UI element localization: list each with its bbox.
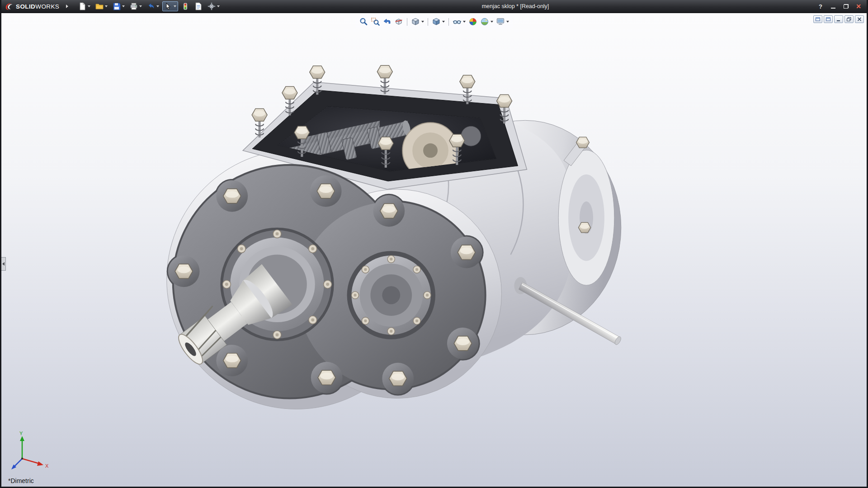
appearance-sphere-icon <box>468 17 477 26</box>
y-axis-arrow <box>20 436 24 441</box>
undo-button[interactable] <box>145 1 161 11</box>
dropdown-arrow-icon[interactable] <box>139 5 142 7</box>
document-title: menjac sklop * [Read-only] <box>218 3 812 9</box>
dropdown-arrow-icon[interactable] <box>88 5 90 7</box>
dropdown-arrow-icon[interactable] <box>463 21 466 23</box>
file-properties-icon <box>194 2 203 10</box>
previous-view-button[interactable] <box>382 16 392 27</box>
toolbar-separator <box>428 18 428 26</box>
magnifier-icon <box>359 17 368 26</box>
titlebar: SOLIDWORKS menjac sklop * [Read-only] ? … <box>1 0 867 13</box>
restore-icon <box>844 4 849 9</box>
doc-min-icon <box>836 17 841 22</box>
zoom-to-area-button[interactable] <box>370 16 381 27</box>
printer-icon <box>130 2 138 10</box>
menu-expand-arrow[interactable] <box>64 2 70 10</box>
print-button[interactable] <box>128 1 144 11</box>
dropdown-arrow-icon[interactable] <box>421 21 424 23</box>
dropdown-arrow-icon[interactable] <box>506 21 509 23</box>
titlebar-toolbar <box>76 1 222 11</box>
dropdown-arrow-icon[interactable] <box>174 5 176 7</box>
doc-close-icon <box>857 17 862 22</box>
dropdown-arrow-icon[interactable] <box>491 21 493 23</box>
gearbox-3d-model[interactable] <box>1 13 867 487</box>
brand-solid: SOLID <box>16 3 35 10</box>
window-left-button[interactable] <box>813 15 822 23</box>
x-axis-arrow <box>37 461 43 466</box>
help-button[interactable]: ? <box>817 3 824 10</box>
dropdown-arrow-icon[interactable] <box>442 21 445 23</box>
display-style-button[interactable] <box>431 16 446 27</box>
doc-minimize-button[interactable] <box>834 15 843 23</box>
options-icon <box>208 2 216 10</box>
file-properties-button[interactable] <box>193 1 204 11</box>
previous-view-icon <box>382 17 392 26</box>
scene-sphere-icon <box>480 17 489 26</box>
minimize-icon <box>831 5 835 9</box>
doc-restore-button[interactable] <box>844 15 854 23</box>
open-button[interactable] <box>94 1 109 11</box>
solidworks-window: SOLIDWORKS menjac sklop * [Read-only] ? … <box>0 0 868 488</box>
view-settings-button[interactable] <box>495 16 510 27</box>
triad-x-label: X <box>45 463 49 469</box>
left-arrow-icon <box>2 262 5 266</box>
window-right-button[interactable] <box>824 15 833 23</box>
view-settings-icon <box>496 17 505 26</box>
hide-show-items-button[interactable] <box>452 16 467 27</box>
rebuild-button[interactable] <box>179 1 191 11</box>
save-button[interactable] <box>111 1 127 11</box>
zoom-area-icon <box>371 17 380 26</box>
hide-show-icon <box>453 17 462 26</box>
ds-logo-icon <box>5 2 14 11</box>
output-cover-boss[interactable] <box>347 251 435 339</box>
window-controls: ? ✕ <box>817 0 862 13</box>
dropdown-arrow-icon[interactable] <box>217 5 220 7</box>
brand-text: SOLIDWORKS <box>16 3 59 10</box>
new-document-button[interactable] <box>76 1 92 11</box>
graphics-area[interactable]: Y X *Dimetric <box>1 13 867 487</box>
view-cube-icon <box>411 17 420 26</box>
page-icon <box>78 2 86 10</box>
undo-arrow-icon <box>147 2 155 10</box>
doc-restore-icon <box>846 17 852 22</box>
doc-window-icon <box>826 17 831 22</box>
view-orientation-button[interactable] <box>410 16 425 27</box>
minimize-button[interactable] <box>830 3 837 10</box>
toolbar-separator <box>407 18 407 26</box>
toolbar-separator <box>448 18 449 26</box>
triad-y-label: Y <box>19 431 23 436</box>
section-view-icon <box>394 17 403 26</box>
doc-window-icon <box>815 17 821 22</box>
view-orientation-label: *Dimetric <box>8 477 34 484</box>
brand-works: WORKS <box>35 3 59 10</box>
solidworks-logo: SOLIDWORKS <box>1 0 64 13</box>
edit-appearance-button[interactable] <box>467 16 478 27</box>
dropdown-arrow-icon[interactable] <box>156 5 159 7</box>
options-button[interactable] <box>206 1 222 11</box>
document-window-controls <box>813 15 864 23</box>
zoom-to-fit-button[interactable] <box>358 16 369 27</box>
restore-button[interactable] <box>842 3 849 10</box>
folder-icon <box>95 2 104 10</box>
display-style-icon <box>432 17 441 26</box>
section-view-button[interactable] <box>393 16 404 27</box>
close-button[interactable]: ✕ <box>855 3 862 10</box>
dropdown-arrow-icon[interactable] <box>122 5 125 7</box>
traffic-light-icon <box>181 2 189 10</box>
apply-scene-button[interactable] <box>479 16 494 27</box>
floppy-icon <box>113 2 121 10</box>
reference-triad[interactable]: Y X <box>7 431 52 476</box>
doc-close-button[interactable] <box>855 15 864 23</box>
select-button[interactable] <box>162 1 178 11</box>
featuremanager-collapsed-tab[interactable] <box>1 257 6 271</box>
headsup-toolbar <box>355 15 513 28</box>
right-arrow-icon <box>66 5 68 8</box>
cursor-icon <box>164 2 172 10</box>
dropdown-arrow-icon[interactable] <box>105 5 108 7</box>
